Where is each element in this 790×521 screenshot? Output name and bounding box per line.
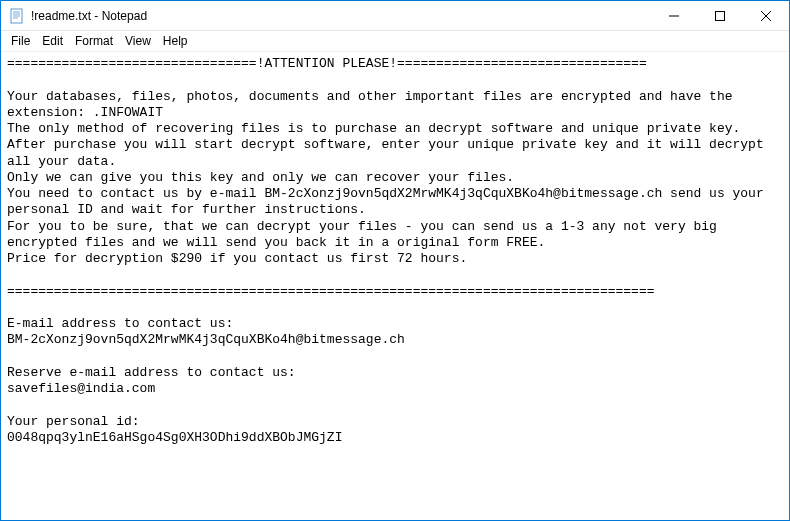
window-title: !readme.txt - Notepad <box>31 9 651 23</box>
notepad-window: !readme.txt - Notepad File Edit Format V… <box>0 0 790 521</box>
text-area[interactable]: ================================!ATTENTI… <box>1 51 789 520</box>
maximize-button[interactable] <box>697 1 743 30</box>
menu-help[interactable]: Help <box>157 33 194 49</box>
menu-file[interactable]: File <box>5 33 36 49</box>
titlebar[interactable]: !readme.txt - Notepad <box>1 1 789 31</box>
window-controls <box>651 1 789 30</box>
notepad-icon <box>9 8 25 24</box>
close-button[interactable] <box>743 1 789 30</box>
menu-view[interactable]: View <box>119 33 157 49</box>
svg-rect-6 <box>716 11 725 20</box>
minimize-button[interactable] <box>651 1 697 30</box>
menu-edit[interactable]: Edit <box>36 33 69 49</box>
menu-format[interactable]: Format <box>69 33 119 49</box>
menubar: File Edit Format View Help <box>1 31 789 51</box>
